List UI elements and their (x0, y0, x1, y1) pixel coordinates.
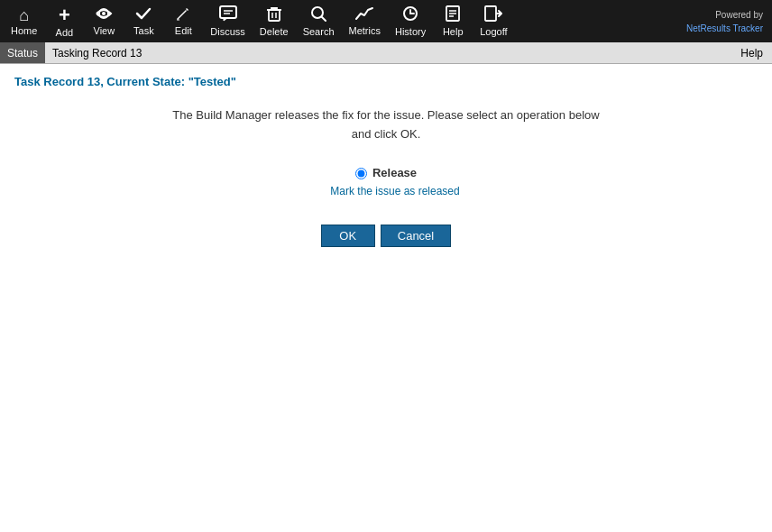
nav-view[interactable]: View (84, 0, 124, 42)
svg-point-10 (312, 7, 323, 18)
nav-edit-label: Edit (175, 25, 192, 36)
nav-home-label: Home (11, 25, 37, 36)
ok-button[interactable]: OK (321, 225, 375, 247)
radio-option-release: Release (355, 166, 417, 179)
nav-search-label: Search (303, 26, 335, 37)
delete-icon (266, 5, 282, 24)
metrics-icon (355, 6, 373, 23)
main-content: Task Record 13, Current State: "Tested" … (0, 64, 772, 258)
nav-history[interactable]: History (388, 0, 433, 42)
nav-logoff[interactable]: Logoff (473, 0, 514, 42)
release-description: Mark the issue as released (330, 185, 459, 197)
navbar: ⌂ Home + Add View Task Edit Discuss Dele… (0, 0, 772, 42)
powered-by: Powered by NetResults Tracker (686, 8, 768, 35)
add-icon: + (59, 5, 70, 25)
svg-line-11 (322, 17, 326, 21)
nav-help[interactable]: Help (433, 0, 473, 42)
release-radio[interactable] (355, 168, 367, 179)
discuss-icon (219, 5, 237, 24)
nav-delete-label: Delete (260, 26, 289, 37)
svg-rect-6 (269, 10, 280, 21)
nav-history-label: History (395, 26, 426, 37)
nav-help-label: Help (443, 26, 464, 37)
nav-logoff-label: Logoff (480, 26, 507, 37)
help-icon (445, 5, 461, 24)
operation-section: Release Mark the issue as released (14, 166, 758, 197)
view-icon (95, 6, 113, 23)
nav-delete[interactable]: Delete (253, 0, 296, 42)
search-icon (310, 5, 326, 24)
statusbar: Status Tasking Record 13 Help (0, 42, 772, 64)
nav-search[interactable]: Search (296, 0, 342, 42)
edit-icon (175, 6, 191, 23)
nav-view-label: View (94, 25, 115, 36)
logoff-icon (484, 5, 502, 24)
status-badge: Status (0, 42, 45, 63)
page-title: Task Record 13, Current State: "Tested" (14, 75, 758, 88)
nav-task[interactable]: Task (124, 0, 163, 42)
nav-task-label: Task (133, 25, 154, 36)
nav-home[interactable]: ⌂ Home (4, 0, 44, 42)
brand-link[interactable]: NetResults Tracker (686, 23, 763, 33)
nav-discuss[interactable]: Discuss (203, 0, 253, 42)
nav-add-label: Add (56, 27, 74, 38)
release-label[interactable]: Release (372, 166, 417, 179)
nav-edit[interactable]: Edit (163, 0, 203, 42)
status-record: Tasking Record 13 (45, 45, 149, 61)
nav-metrics-label: Metrics (349, 25, 381, 36)
button-row: OK Cancel (14, 225, 758, 247)
nav-add[interactable]: + Add (44, 0, 84, 42)
task-icon (135, 6, 152, 23)
instruction-text: The Build Manager releases the fix for t… (14, 106, 758, 144)
nav-metrics[interactable]: Metrics (342, 0, 388, 42)
nav-discuss-label: Discuss (210, 26, 245, 37)
svg-rect-3 (220, 6, 236, 18)
home-icon: ⌂ (19, 7, 29, 23)
svg-point-1 (102, 12, 106, 15)
history-icon (402, 5, 418, 24)
help-link[interactable]: Help (731, 45, 772, 61)
cancel-button[interactable]: Cancel (381, 225, 451, 247)
svg-rect-17 (485, 6, 496, 21)
